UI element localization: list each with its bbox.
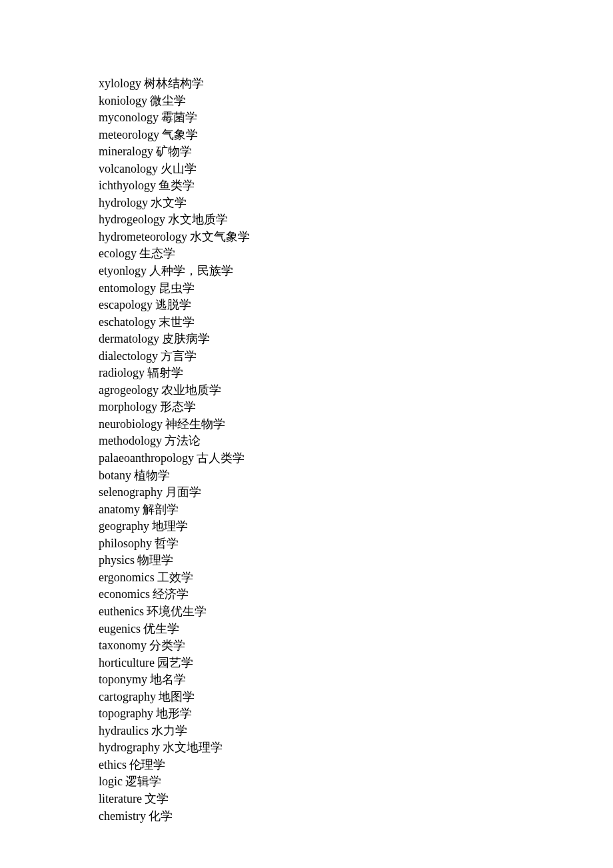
english-term: selenography [99, 485, 163, 499]
vocabulary-entry: hydrometeorology水文气象学 [99, 229, 613, 246]
english-term: taxonomy [99, 639, 147, 652]
vocabulary-entry: literature文学 [99, 791, 613, 808]
vocabulary-entry: escapology逃脱学 [99, 297, 613, 314]
english-term: dialectology [99, 349, 158, 363]
chinese-term: 古人类学 [197, 451, 245, 465]
vocabulary-entry: hydraulics水力学 [99, 723, 613, 740]
vocabulary-entry: taxonomy分类学 [99, 637, 613, 655]
vocabulary-entry: entomology昆虫学 [99, 280, 613, 297]
vocabulary-entry: etyonlogy人种学，民族学 [99, 263, 613, 280]
chinese-term: 逃脱学 [155, 298, 191, 311]
vocabulary-entry: dialectology方言学 [99, 348, 613, 365]
english-term: ecology [99, 247, 137, 260]
chinese-term: 水文地质学 [168, 213, 228, 226]
chinese-term: 解剖学 [143, 503, 179, 516]
chinese-term: 逻辑学 [125, 775, 161, 788]
english-term: volcanology [99, 162, 158, 175]
chinese-term: 水文气象学 [190, 230, 250, 243]
vocabulary-entry: morphology形态学 [99, 399, 613, 416]
english-term: myconology [99, 111, 159, 124]
english-term: entomology [99, 281, 156, 295]
vocabulary-entry: ichthyology鱼类学 [99, 177, 613, 195]
english-term: euthenics [99, 605, 144, 618]
english-term: hydrology [99, 196, 148, 209]
english-term: ergonomics [99, 571, 155, 584]
english-term: agrogeology [99, 383, 159, 397]
vocabulary-entry: euthenics环境优生学 [99, 603, 613, 621]
chinese-term: 水文学 [151, 196, 187, 209]
english-term: morphology [99, 400, 157, 413]
chinese-term: 植物学 [134, 469, 170, 482]
vocabulary-entry: koniology微尘学 [99, 93, 613, 110]
vocabulary-entry: ergonomics工效学 [99, 569, 613, 587]
english-term: topography [99, 707, 153, 720]
english-term: neurobiology [99, 417, 163, 431]
english-term: etyonlogy [99, 264, 147, 277]
english-term: botany [99, 469, 131, 482]
vocabulary-entry: geography地理学 [99, 518, 613, 535]
vocabulary-entry: dermatology皮肤病学 [99, 331, 613, 348]
chinese-term: 环境优生学 [147, 605, 207, 618]
english-term: escapology [99, 298, 153, 311]
vocabulary-entry: ecology生态学 [99, 245, 613, 263]
vocabulary-entry: volcanology火山学 [99, 161, 613, 178]
chinese-term: 月面学 [165, 485, 201, 499]
vocabulary-entry: chemistry化学 [99, 808, 613, 825]
vocabulary-entry: hydrology水文学 [99, 195, 613, 212]
vocabulary-entry: methodology方法论 [99, 433, 613, 450]
vocabulary-entry: physics物理学 [99, 552, 613, 569]
chinese-term: 方言学 [161, 349, 197, 363]
chinese-term: 火山学 [161, 162, 197, 175]
chinese-term: 霉菌学 [161, 111, 197, 124]
chinese-term: 化学 [149, 809, 173, 823]
vocabulary-entry: philosophy哲学 [99, 535, 613, 553]
english-term: hydrogeology [99, 213, 165, 226]
vocabulary-entry: hydrogeology水文地质学 [99, 211, 613, 229]
chinese-term: 方法论 [165, 434, 201, 447]
english-term: meteorology [99, 128, 159, 141]
english-term: eugenics [99, 622, 141, 635]
chinese-term: 矿物学 [156, 145, 192, 158]
chinese-term: 人种学，民族学 [149, 264, 233, 277]
english-term: hydraulics [99, 724, 149, 737]
vocabulary-entry: neurobiology神经生物学 [99, 416, 613, 433]
chinese-term: 物理学 [137, 553, 173, 567]
english-term: anatomy [99, 503, 140, 516]
chinese-term: 生态学 [139, 247, 175, 260]
chinese-term: 地图学 [159, 690, 195, 703]
vocabulary-entry: topography地形学 [99, 705, 613, 723]
english-term: toponymy [99, 673, 147, 686]
english-term: ichthyology [99, 179, 156, 192]
chinese-term: 末世学 [159, 315, 195, 329]
chinese-term: 文学 [145, 792, 169, 805]
chinese-term: 分类学 [149, 639, 185, 652]
english-term: koniology [99, 94, 147, 107]
chinese-term: 微尘学 [150, 94, 186, 107]
chinese-term: 水力学 [151, 724, 187, 737]
chinese-term: 工效学 [157, 571, 193, 584]
chinese-term: 鱼类学 [159, 179, 195, 192]
vocabulary-entry: eschatology末世学 [99, 314, 613, 331]
vocabulary-list: xylology树林结构学koniology微尘学myconology霉菌学me… [99, 75, 613, 825]
english-term: palaeoanthropology [99, 451, 194, 465]
english-term: ethics [99, 758, 127, 771]
chinese-term: 农业地质学 [161, 383, 221, 397]
english-term: hydrometeorology [99, 230, 187, 243]
vocabulary-entry: economics经济学 [99, 586, 613, 603]
chinese-term: 皮肤病学 [162, 332, 210, 345]
chinese-term: 伦理学 [129, 758, 165, 771]
chinese-term: 地形学 [156, 707, 192, 720]
english-term: horticulture [99, 656, 155, 669]
chinese-term: 神经生物学 [165, 417, 225, 431]
chinese-term: 辐射学 [147, 366, 183, 379]
vocabulary-entry: myconology霉菌学 [99, 109, 613, 127]
vocabulary-entry: eugenics优生学 [99, 621, 613, 638]
vocabulary-entry: meteorology气象学 [99, 127, 613, 144]
english-term: eschatology [99, 315, 156, 329]
vocabulary-entry: botany植物学 [99, 467, 613, 485]
vocabulary-entry: palaeoanthropology古人类学 [99, 450, 613, 467]
english-term: xylology [99, 77, 141, 90]
chinese-term: 经济学 [153, 587, 189, 601]
chinese-term: 气象学 [162, 128, 198, 141]
chinese-term: 地理学 [152, 519, 188, 533]
